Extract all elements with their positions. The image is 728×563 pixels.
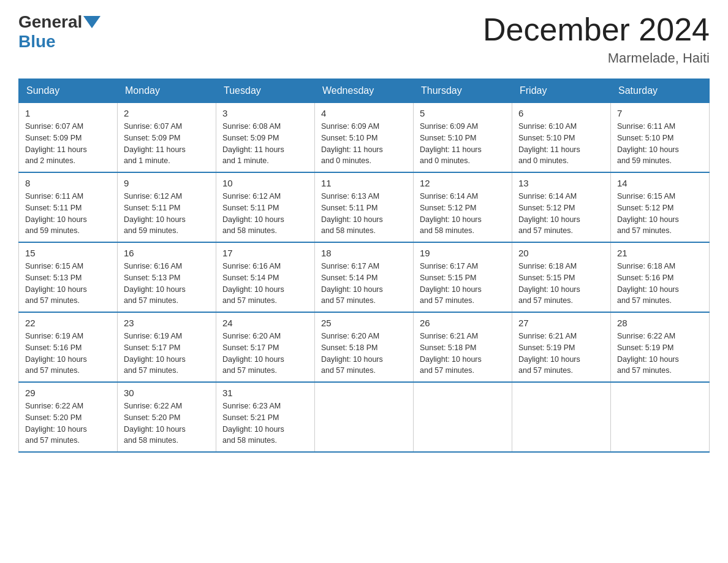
day-number: 17 (222, 248, 308, 258)
day-info: Sunrise: 6:12 AM Sunset: 5:11 PM Dayligh… (124, 191, 210, 237)
calendar-cell: 11Sunrise: 6:13 AM Sunset: 5:11 PM Dayli… (315, 172, 414, 242)
day-info: Sunrise: 6:14 AM Sunset: 5:12 PM Dayligh… (518, 191, 604, 237)
column-header-saturday: Saturday (611, 79, 710, 103)
day-info: Sunrise: 6:18 AM Sunset: 5:15 PM Dayligh… (518, 261, 604, 307)
column-header-wednesday: Wednesday (315, 79, 414, 103)
day-info: Sunrise: 6:17 AM Sunset: 5:15 PM Dayligh… (420, 261, 506, 307)
calendar-cell: 13Sunrise: 6:14 AM Sunset: 5:12 PM Dayli… (512, 172, 611, 242)
calendar-cell: 26Sunrise: 6:21 AM Sunset: 5:18 PM Dayli… (414, 312, 512, 382)
calendar-cell: 25Sunrise: 6:20 AM Sunset: 5:18 PM Dayli… (315, 312, 414, 382)
calendar-cell: 14Sunrise: 6:15 AM Sunset: 5:12 PM Dayli… (611, 172, 710, 242)
day-info: Sunrise: 6:17 AM Sunset: 5:14 PM Dayligh… (321, 261, 407, 307)
day-info: Sunrise: 6:21 AM Sunset: 5:18 PM Dayligh… (420, 331, 506, 377)
logo-triangle-icon (83, 16, 100, 28)
day-number: 15 (25, 248, 111, 258)
day-number: 7 (617, 108, 703, 118)
day-number: 1 (25, 108, 111, 118)
calendar-week-5: 29Sunrise: 6:22 AM Sunset: 5:20 PM Dayli… (19, 382, 710, 452)
day-info: Sunrise: 6:22 AM Sunset: 5:19 PM Dayligh… (617, 331, 703, 377)
day-number: 9 (124, 178, 210, 188)
calendar-cell: 29Sunrise: 6:22 AM Sunset: 5:20 PM Dayli… (19, 382, 118, 452)
day-number: 4 (321, 108, 407, 118)
logo-blue-text: Blue (18, 32, 56, 51)
calendar-cell: 27Sunrise: 6:21 AM Sunset: 5:19 PM Dayli… (512, 312, 611, 382)
day-info: Sunrise: 6:11 AM Sunset: 5:11 PM Dayligh… (25, 191, 111, 237)
calendar-cell: 7Sunrise: 6:11 AM Sunset: 5:10 PM Daylig… (611, 103, 710, 173)
column-header-monday: Monday (118, 79, 216, 103)
calendar-cell: 20Sunrise: 6:18 AM Sunset: 5:15 PM Dayli… (512, 242, 611, 312)
day-info: Sunrise: 6:18 AM Sunset: 5:16 PM Dayligh… (617, 261, 703, 307)
day-number: 29 (25, 388, 111, 398)
calendar-cell: 16Sunrise: 6:16 AM Sunset: 5:13 PM Dayli… (118, 242, 216, 312)
day-number: 3 (222, 108, 308, 118)
day-info: Sunrise: 6:19 AM Sunset: 5:16 PM Dayligh… (25, 331, 111, 377)
calendar-cell: 4Sunrise: 6:09 AM Sunset: 5:10 PM Daylig… (315, 103, 414, 173)
day-number: 24 (222, 318, 308, 328)
day-info: Sunrise: 6:15 AM Sunset: 5:13 PM Dayligh… (25, 261, 111, 307)
day-info: Sunrise: 6:14 AM Sunset: 5:12 PM Dayligh… (420, 191, 506, 237)
day-info: Sunrise: 6:08 AM Sunset: 5:09 PM Dayligh… (222, 121, 308, 167)
day-number: 22 (25, 318, 111, 328)
day-number: 19 (420, 248, 506, 258)
column-header-tuesday: Tuesday (216, 79, 315, 103)
calendar-week-2: 8Sunrise: 6:11 AM Sunset: 5:11 PM Daylig… (19, 172, 710, 242)
day-info: Sunrise: 6:19 AM Sunset: 5:17 PM Dayligh… (124, 331, 210, 377)
day-number: 28 (617, 318, 703, 328)
calendar-cell (315, 382, 414, 452)
calendar-week-3: 15Sunrise: 6:15 AM Sunset: 5:13 PM Dayli… (19, 242, 710, 312)
day-info: Sunrise: 6:12 AM Sunset: 5:11 PM Dayligh… (222, 191, 308, 237)
day-info: Sunrise: 6:13 AM Sunset: 5:11 PM Dayligh… (321, 191, 407, 237)
day-number: 11 (321, 178, 407, 188)
calendar-cell (414, 382, 512, 452)
calendar-cell: 18Sunrise: 6:17 AM Sunset: 5:14 PM Dayli… (315, 242, 414, 312)
column-header-sunday: Sunday (19, 79, 118, 103)
day-info: Sunrise: 6:22 AM Sunset: 5:20 PM Dayligh… (124, 400, 210, 446)
day-number: 13 (518, 178, 604, 188)
calendar-cell: 31Sunrise: 6:23 AM Sunset: 5:21 PM Dayli… (216, 382, 315, 452)
page-header: General Blue December 2024 Marmelade, Ha… (18, 12, 710, 66)
day-info: Sunrise: 6:16 AM Sunset: 5:13 PM Dayligh… (124, 261, 210, 307)
page-subtitle: Marmelade, Haiti (483, 50, 710, 66)
calendar-cell: 10Sunrise: 6:12 AM Sunset: 5:11 PM Dayli… (216, 172, 315, 242)
logo: General Blue (18, 12, 102, 52)
calendar-cell (611, 382, 710, 452)
day-number: 16 (124, 248, 210, 258)
calendar-cell: 19Sunrise: 6:17 AM Sunset: 5:15 PM Dayli… (414, 242, 512, 312)
calendar-cell: 28Sunrise: 6:22 AM Sunset: 5:19 PM Dayli… (611, 312, 710, 382)
column-header-friday: Friday (512, 79, 611, 103)
day-info: Sunrise: 6:07 AM Sunset: 5:09 PM Dayligh… (25, 121, 111, 167)
calendar-cell: 30Sunrise: 6:22 AM Sunset: 5:20 PM Dayli… (118, 382, 216, 452)
logo-general-text: General (18, 12, 82, 32)
calendar-cell: 3Sunrise: 6:08 AM Sunset: 5:09 PM Daylig… (216, 103, 315, 173)
calendar-cell: 2Sunrise: 6:07 AM Sunset: 5:09 PM Daylig… (118, 103, 216, 173)
calendar-cell: 1Sunrise: 6:07 AM Sunset: 5:09 PM Daylig… (19, 103, 118, 173)
title-section: December 2024 Marmelade, Haiti (483, 12, 710, 66)
day-number: 6 (518, 108, 604, 118)
day-info: Sunrise: 6:11 AM Sunset: 5:10 PM Dayligh… (617, 121, 703, 167)
day-number: 31 (222, 388, 308, 398)
calendar-cell: 9Sunrise: 6:12 AM Sunset: 5:11 PM Daylig… (118, 172, 216, 242)
column-header-thursday: Thursday (414, 79, 512, 103)
day-info: Sunrise: 6:20 AM Sunset: 5:17 PM Dayligh… (222, 331, 308, 377)
day-info: Sunrise: 6:09 AM Sunset: 5:10 PM Dayligh… (321, 121, 407, 167)
day-info: Sunrise: 6:16 AM Sunset: 5:14 PM Dayligh… (222, 261, 308, 307)
day-number: 12 (420, 178, 506, 188)
day-number: 10 (222, 178, 308, 188)
day-number: 2 (124, 108, 210, 118)
calendar-cell: 21Sunrise: 6:18 AM Sunset: 5:16 PM Dayli… (611, 242, 710, 312)
calendar-cell: 22Sunrise: 6:19 AM Sunset: 5:16 PM Dayli… (19, 312, 118, 382)
calendar-cell: 6Sunrise: 6:10 AM Sunset: 5:10 PM Daylig… (512, 103, 611, 173)
calendar-cell: 24Sunrise: 6:20 AM Sunset: 5:17 PM Dayli… (216, 312, 315, 382)
day-info: Sunrise: 6:22 AM Sunset: 5:20 PM Dayligh… (25, 400, 111, 446)
day-info: Sunrise: 6:07 AM Sunset: 5:09 PM Dayligh… (124, 121, 210, 167)
day-info: Sunrise: 6:21 AM Sunset: 5:19 PM Dayligh… (518, 331, 604, 377)
day-number: 27 (518, 318, 604, 328)
calendar-week-1: 1Sunrise: 6:07 AM Sunset: 5:09 PM Daylig… (19, 103, 710, 173)
day-number: 25 (321, 318, 407, 328)
day-number: 14 (617, 178, 703, 188)
day-number: 8 (25, 178, 111, 188)
calendar-cell: 17Sunrise: 6:16 AM Sunset: 5:14 PM Dayli… (216, 242, 315, 312)
calendar-cell: 5Sunrise: 6:09 AM Sunset: 5:10 PM Daylig… (414, 103, 512, 173)
day-info: Sunrise: 6:09 AM Sunset: 5:10 PM Dayligh… (420, 121, 506, 167)
day-number: 30 (124, 388, 210, 398)
